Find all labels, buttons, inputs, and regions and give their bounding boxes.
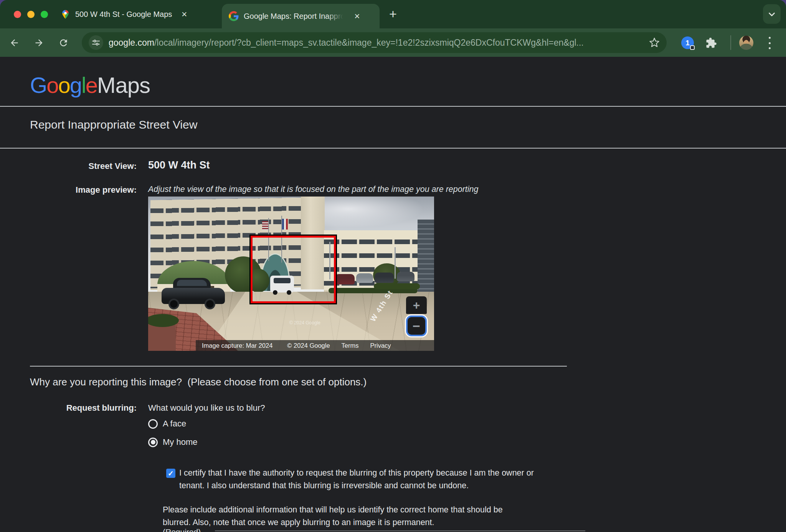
bookmark-star-icon[interactable] <box>649 37 660 48</box>
logo-letter: e <box>86 73 97 97</box>
logo-suffix: Maps <box>97 73 150 97</box>
google-g-icon <box>229 11 239 21</box>
page-title: Report Inappropriate Street View <box>30 118 197 131</box>
zoom-in-button[interactable]: + <box>406 296 427 314</box>
radio-option-a-face[interactable]: A face <box>148 419 186 429</box>
parked-car-dark <box>162 278 225 309</box>
url-text: google.com/local/imagery/report/?cb_clie… <box>109 38 644 48</box>
radio-selected-icon[interactable] <box>148 438 158 447</box>
tab-report-active[interactable]: Google Maps: Report Inappro ✕ <box>222 4 380 28</box>
certify-text: I certify that I have the authority to r… <box>179 467 536 492</box>
reload-icon[interactable] <box>58 38 69 48</box>
copyright-text: © 2024 Google <box>287 342 330 349</box>
required-label: (Required) <box>163 527 201 532</box>
toolbar-divider <box>730 35 731 50</box>
onepassword-badge: 1 <box>685 39 690 47</box>
back-icon[interactable] <box>9 38 20 48</box>
light-pole <box>395 247 396 279</box>
chevron-down-icon <box>767 9 777 19</box>
report-page: GoogleMaps Report Inappropriate Street V… <box>0 57 786 532</box>
divider <box>0 148 786 149</box>
window-zoom-button[interactable] <box>41 11 48 18</box>
profile-avatar[interactable] <box>739 36 753 50</box>
tab-close-icon[interactable]: ✕ <box>354 12 360 21</box>
new-tab-button[interactable]: + <box>385 5 401 22</box>
logo-letter: G <box>30 73 46 97</box>
browser-window: 500 W 4th St - Google Maps ✕ Google Maps… <box>0 0 786 532</box>
image-capture-date: Image capture: Mar 2024 <box>202 342 272 349</box>
address-bar[interactable]: google.com/local/imagery/report/?cb_clie… <box>82 32 667 53</box>
certify-checkbox-checked[interactable]: ✓ <box>166 469 175 478</box>
blur-prompt: What would you like us to blur? <box>148 403 265 413</box>
planter <box>148 323 176 351</box>
url-path: /local/imagery/report/?cb_client=maps_sv… <box>154 38 584 48</box>
street-view-address: 500 W 4th St <box>148 159 210 171</box>
lock-icon <box>690 45 695 50</box>
tab-title: 500 W 4th St - Google Maps <box>75 10 172 19</box>
tune-icon <box>91 38 101 47</box>
browser-toolbar: google.com/local/imagery/report/?cb_clie… <box>0 28 786 57</box>
street-view-preview[interactable]: W 4th St © 2024 Google + − Image capture… <box>148 197 434 351</box>
privacy-link[interactable]: Privacy <box>370 342 391 349</box>
divider <box>0 106 786 107</box>
google-maps-logo: GoogleMaps <box>30 72 150 98</box>
logo-letter: o <box>46 73 58 97</box>
site-info-button[interactable] <box>89 35 103 50</box>
report-question: Why are you reporting this image? (Pleas… <box>30 376 367 388</box>
parked-car <box>356 273 373 283</box>
tab-streetview[interactable]: 500 W 4th St - Google Maps ✕ <box>61 0 187 28</box>
radio-option-my-home[interactable]: My home <box>148 437 197 447</box>
browser-menu-icon[interactable] <box>768 37 771 49</box>
tab-title: Google Maps: Report Inappro <box>244 12 345 20</box>
texas-flag <box>282 219 288 230</box>
parked-car <box>375 273 394 283</box>
radio-unselected-icon[interactable] <box>148 419 158 429</box>
logo-letter: l <box>81 73 86 97</box>
terms-link[interactable]: Terms <box>342 342 359 349</box>
certify-row: ✓ I certify that I have the authority to… <box>166 467 538 492</box>
additional-info-text: Please include additional information th… <box>163 504 524 529</box>
tab-bar: 500 W 4th St - Google Maps ✕ Google Maps… <box>0 0 786 28</box>
window-close-button[interactable] <box>14 11 21 18</box>
photo-caption-bar: Image capture: Mar 2024 © 2024 Google Te… <box>196 340 434 351</box>
image-preview-instruction: Adjust the view of the image so that it … <box>148 185 479 194</box>
additional-info-textarea[interactable] <box>215 530 585 531</box>
image-preview-label: Image preview: <box>30 185 137 195</box>
logo-letter: o <box>58 73 69 97</box>
url-domain: google.com <box>109 38 154 48</box>
parked-car <box>335 274 355 284</box>
request-blurring-label: Request blurring: <box>30 403 137 413</box>
us-flag <box>262 221 268 230</box>
onepassword-extension-icon[interactable]: 1 <box>681 36 694 49</box>
maps-pin-icon <box>61 10 70 19</box>
building-glass <box>418 220 434 293</box>
tab-search-chevron-button[interactable] <box>763 4 781 24</box>
report-selection-box[interactable] <box>251 236 336 303</box>
google-watermark: © 2024 Google <box>289 320 320 325</box>
logo-letter: g <box>70 73 81 97</box>
parked-car <box>397 272 414 281</box>
divider <box>30 366 567 367</box>
tab-close-icon[interactable]: ✕ <box>181 10 187 19</box>
window-minimize-button[interactable] <box>27 11 35 18</box>
forward-icon[interactable] <box>34 38 44 48</box>
radio-label: My home <box>163 437 197 447</box>
zoom-out-button[interactable]: − <box>408 317 425 335</box>
radio-label: A face <box>163 419 186 429</box>
extensions-icon[interactable] <box>705 37 717 49</box>
street-view-label: Street View: <box>30 161 137 171</box>
